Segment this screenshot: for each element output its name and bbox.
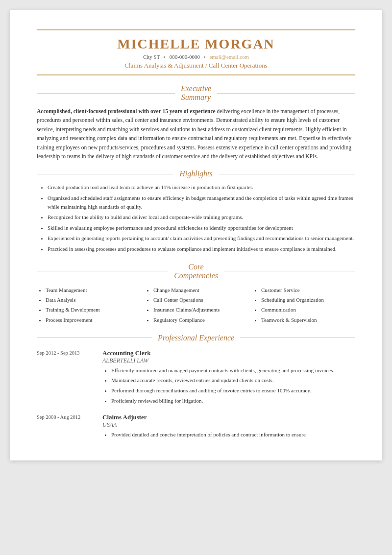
- exp-content-2: Claims Adjuster USAA Provided detailed a…: [102, 413, 355, 441]
- list-item: Organized and scheduled staff assignment…: [48, 194, 355, 211]
- list-item: Performed thorough reconciliations and a…: [111, 386, 355, 395]
- phone: 000-000-0000: [170, 54, 200, 60]
- competency-item: Training & Development: [46, 305, 140, 314]
- list-item: Maintained accurate records, reviewed en…: [111, 376, 355, 385]
- competency-item: Scheduling and Organization: [261, 295, 355, 305]
- summary-paragraph: Accomplished, client-focused professiona…: [37, 107, 355, 161]
- list-item: Efficiently monitored and managed paymen…: [111, 366, 355, 375]
- competency-item: Call Center Operations: [153, 295, 247, 305]
- executive-summary-label: ExecutiveSummary: [181, 84, 211, 102]
- experience-heading: Professional Experience: [37, 334, 355, 342]
- competency-item: Process Improvement: [46, 315, 140, 325]
- exp-content-1: Accounting Clerk ALBERTELLI LAW Efficien…: [102, 349, 355, 407]
- summary-bold: Accomplished, client-focused professiona…: [37, 108, 216, 114]
- separator-2: ▪: [204, 54, 206, 60]
- experience-label: Professional Experience: [158, 334, 234, 342]
- competency-item: Communication: [261, 305, 355, 314]
- exp-company-2: USAA: [102, 421, 355, 429]
- executive-summary-heading: ExecutiveSummary: [37, 84, 355, 102]
- experience-entry-2: Sep 2008 - Aug 2012 Claims Adjuster USAA…: [37, 413, 355, 441]
- competency-item: Data Analysis: [46, 295, 140, 305]
- competency-item: Regulatory Compliance: [153, 315, 247, 325]
- list-item: Recognized for the ability to build and …: [48, 213, 355, 222]
- summary-rest: delivering excellence in the management …: [37, 108, 351, 159]
- list-item: Provided detailed and concise interpreta…: [111, 431, 355, 439]
- competency-col-3: Customer Service Scheduling and Organiza…: [252, 285, 355, 325]
- header-section: MICHELLE MORGAN City ST ▪ 000-000-0000 ▪…: [37, 29, 355, 75]
- exp-title-1: Accounting Clerk: [102, 349, 355, 357]
- competency-item: Team Management: [46, 285, 140, 295]
- contact-info: City ST ▪ 000-000-0000 ▪ email@email.com: [37, 54, 355, 60]
- competencies-grid: Team Management Data Analysis Training &…: [37, 285, 355, 325]
- list-item: Proficiently reviewed billing for litiga…: [111, 397, 355, 406]
- competency-item: Teamwork & Supervision: [261, 315, 355, 325]
- competency-item: Customer Service: [261, 285, 355, 295]
- competency-item: Insurance Claims/Adjustments: [153, 305, 247, 314]
- competencies-heading: CoreCompetencies: [37, 263, 355, 280]
- exp-dates-1: Sep 2012 - Sep 2013: [37, 349, 91, 407]
- exp-company-1: ALBERTELLI LAW: [102, 357, 355, 364]
- competencies-label: CoreCompetencies: [174, 263, 218, 280]
- exp-bullets-1: Efficiently monitored and managed paymen…: [102, 366, 355, 405]
- candidate-name: MICHELLE MORGAN: [37, 36, 355, 52]
- competency-col-1: Team Management Data Analysis Training &…: [37, 285, 140, 325]
- highlights-label: Highlights: [179, 169, 213, 178]
- separator-1: ▪: [164, 54, 166, 60]
- email: email@email.com: [209, 54, 249, 60]
- list-item: Practiced in assessing processes and pro…: [48, 245, 355, 254]
- list-item: Created production tool and lead team to…: [48, 183, 355, 192]
- exp-dates-2: Sep 2008 - Aug 2012: [37, 413, 91, 441]
- exp-bullets-2: Provided detailed and concise interpreta…: [102, 431, 355, 439]
- competency-col-2: Change Management Call Center Operations…: [145, 285, 247, 325]
- exp-title-2: Claims Adjuster: [102, 413, 355, 421]
- experience-entry-1: Sep 2012 - Sep 2013 Accounting Clerk ALB…: [37, 349, 355, 407]
- list-item: Skilled in evaluating employee performan…: [48, 224, 355, 233]
- professional-title: Claims Analysis & Adjustment / Call Cent…: [37, 62, 355, 70]
- city: City ST: [143, 54, 160, 60]
- highlights-heading: Highlights: [37, 169, 355, 178]
- resume-document: MICHELLE MORGAN City ST ▪ 000-000-0000 ▪…: [10, 10, 382, 460]
- highlights-list: Created production tool and lead team to…: [37, 183, 355, 253]
- list-item: Experienced in generating reports pertai…: [48, 234, 355, 243]
- competency-item: Change Management: [153, 285, 247, 295]
